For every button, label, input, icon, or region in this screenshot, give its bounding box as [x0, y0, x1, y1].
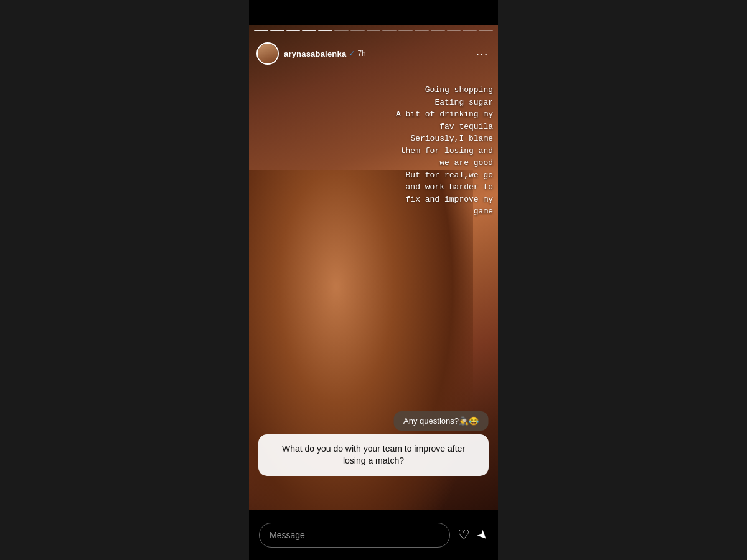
story-caption: Going shopping Eating sugar A bit of dri…	[349, 84, 493, 218]
progress-bar-10	[398, 30, 413, 31]
progress-bar-9	[382, 30, 397, 31]
progress-bar-5	[318, 30, 332, 31]
heart-icon[interactable]: ♡	[458, 527, 470, 543]
verified-icon: ✓	[349, 49, 355, 58]
qa-question: What do you do with your team to improve…	[258, 434, 489, 476]
progress-bars	[254, 30, 493, 31]
story-text-overlay: Going shopping Eating sugar A bit of dri…	[349, 84, 493, 218]
more-options-button[interactable]: ⋯	[473, 45, 491, 62]
progress-bar-2	[270, 30, 284, 31]
top-bar	[249, 0, 498, 25]
avatar[interactable]	[256, 42, 279, 65]
send-icon[interactable]: ➤	[474, 526, 492, 544]
bottom-bar: ♡ ➤	[249, 510, 498, 560]
progress-bar-4	[302, 30, 316, 31]
header-info: arynasabalenka ✓ 7h	[284, 49, 473, 58]
timestamp: 7h	[357, 49, 365, 58]
phone-container: arynasabalenka ✓ 7h ⋯ Going shopping Eat…	[249, 0, 498, 560]
qa-label: Any questions?🕵️😂	[393, 411, 489, 431]
progress-bar-1	[254, 30, 268, 31]
progress-bar-7	[350, 30, 365, 31]
progress-bar-12	[431, 30, 445, 31]
progress-bar-14	[463, 30, 477, 31]
progress-bar-3	[286, 30, 301, 31]
progress-bar-11	[415, 30, 429, 31]
username[interactable]: arynasabalenka	[284, 49, 346, 58]
progress-bar-6	[334, 30, 349, 31]
qa-section: Any questions?🕵️😂 What do you do with yo…	[258, 411, 489, 476]
story-wrapper[interactable]: arynasabalenka ✓ 7h ⋯ Going shopping Eat…	[249, 25, 498, 510]
progress-bar-8	[367, 30, 381, 31]
story-header: arynasabalenka ✓ 7h ⋯	[249, 37, 498, 70]
progress-bar-13	[447, 30, 461, 31]
message-input[interactable]	[259, 523, 450, 548]
progress-bar-15	[479, 30, 493, 31]
